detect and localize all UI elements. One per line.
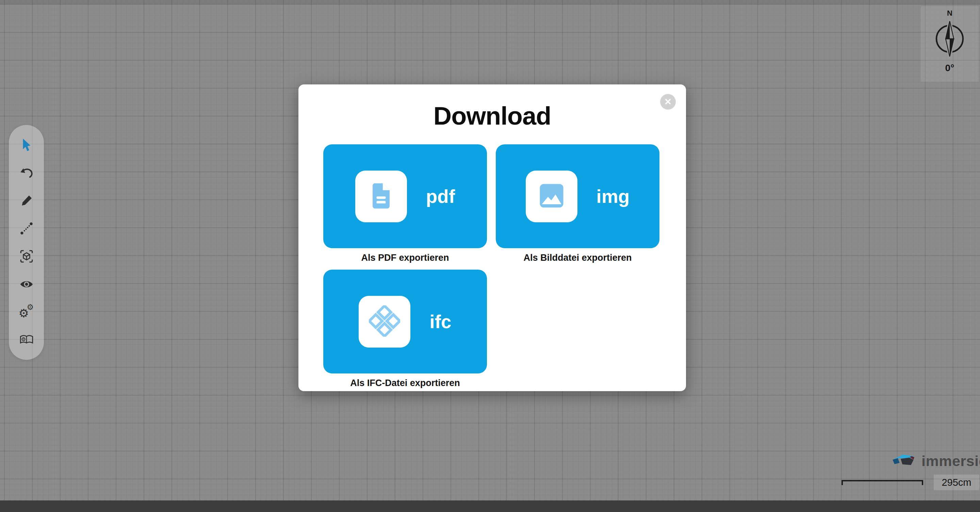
brand-logo: immersight ® xyxy=(891,452,980,470)
pencil-icon xyxy=(19,193,34,208)
export-ifc-button[interactable]: ifc xyxy=(323,270,487,373)
ifc-tile xyxy=(359,296,410,348)
img-tile xyxy=(526,171,578,222)
image-icon xyxy=(536,180,567,212)
map-scale-bar xyxy=(842,480,923,485)
draw-tool-button[interactable] xyxy=(18,192,35,209)
pdf-caption: Als PDF exportieren xyxy=(323,253,487,263)
modal-close-button[interactable]: ✕ xyxy=(660,94,676,110)
eye-icon xyxy=(19,276,34,292)
cube-scan-icon xyxy=(19,249,34,264)
gears-icon: ⚙ ⚙ xyxy=(18,303,35,321)
scale-value: 295cm xyxy=(942,477,971,488)
dotted-line-icon xyxy=(19,220,34,236)
img-badge: img xyxy=(597,185,630,207)
pdf-tile xyxy=(355,171,407,222)
compass-panel[interactable]: N 0° xyxy=(921,6,978,82)
visibility-button[interactable] xyxy=(18,276,35,293)
ifc-caption: Als IFC-Datei exportieren xyxy=(323,378,487,388)
pdf-badge: pdf xyxy=(426,185,455,207)
ifc-badge: ifc xyxy=(430,311,451,333)
scale-value-chip: 295cm xyxy=(934,475,979,490)
img-caption: Als Bilddatei exportieren xyxy=(496,253,659,263)
tool-sidebar: ⚙ ⚙ xyxy=(9,125,44,360)
compass-north-label: N xyxy=(947,9,953,18)
canvas-top-strip xyxy=(0,0,980,4)
compass-needle-icon xyxy=(921,18,978,62)
document-icon xyxy=(366,180,397,212)
measure-tool-button[interactable] xyxy=(18,220,35,237)
compass-angle-value: 0° xyxy=(945,63,955,73)
download-modal: ✕ Download pdf Als PDF exportieren xyxy=(298,85,686,391)
close-icon: ✕ xyxy=(664,97,672,107)
brand-name: immersight xyxy=(921,453,980,469)
book-info-icon xyxy=(19,332,34,348)
manual-button[interactable] xyxy=(18,331,35,348)
ifc-logo-icon xyxy=(369,305,400,338)
export-img-button[interactable]: img xyxy=(496,144,659,248)
select-tool-button[interactable] xyxy=(18,137,35,153)
undo-icon xyxy=(19,165,34,181)
cursor-icon xyxy=(19,137,34,153)
view-3d-button[interactable] xyxy=(18,248,35,265)
settings-button[interactable]: ⚙ ⚙ xyxy=(18,303,35,321)
bottom-taskbar xyxy=(0,501,980,512)
undo-button[interactable] xyxy=(18,164,35,182)
modal-title: Download xyxy=(298,85,686,129)
immersight-logo-icon xyxy=(891,453,920,469)
export-pdf-button[interactable]: pdf xyxy=(323,144,487,248)
